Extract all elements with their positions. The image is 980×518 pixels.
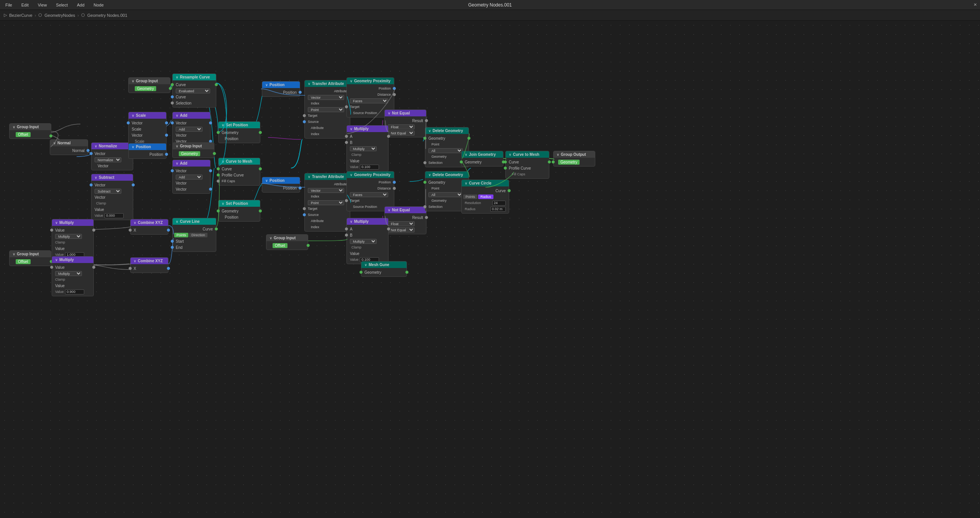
node-transfer-attr-bot[interactable]: ∨ Transfer Attribute Attribute Vector In… — [304, 173, 350, 232]
ta-top-mode2[interactable]: Point — [308, 107, 344, 112]
menu-view[interactable]: View — [36, 2, 49, 8]
node-group-input-offset-2[interactable]: ∨ Group Input Offset — [9, 250, 51, 266]
socket-ta-top-target[interactable] — [303, 114, 306, 117]
mrb-mode[interactable]: Multiply — [350, 239, 377, 244]
socket-dg-bot-geo-in[interactable] — [423, 181, 426, 184]
node-not-equal-top[interactable]: ∨ Not Equal Result Float Not Equal — [384, 109, 426, 137]
node-position-mid2[interactable]: ∨ Position Position — [262, 177, 300, 193]
breadcrumb-geo-nodes[interactable]: GeometryNodes — [44, 13, 75, 18]
socket-ctmr-mesh-out[interactable] — [548, 160, 551, 163]
add-mid-mode[interactable]: Add — [176, 175, 203, 180]
node-not-equal-bot[interactable]: ∨ Not Equal Result Float Not Equal — [384, 206, 426, 234]
ne-top-type[interactable]: Float — [388, 124, 415, 129]
socket-cl-start[interactable] — [171, 240, 174, 243]
socket-resample-curve2[interactable] — [171, 95, 174, 98]
socket-sp-bot-geo-in[interactable] — [217, 209, 220, 212]
node-add-mid[interactable]: ∨ Add Vector Add Vector Vector — [172, 160, 211, 194]
subtract-value[interactable] — [105, 213, 124, 218]
socket-mrt-out[interactable] — [387, 135, 390, 138]
socket-cl-curve-out[interactable] — [215, 227, 218, 230]
gp-bot-mode1[interactable]: Faces — [350, 192, 388, 197]
ta-top-mode1[interactable]: Vector — [308, 95, 344, 100]
socket-ctm-mesh-out[interactable] — [259, 167, 262, 170]
node-combine-xyz-top[interactable]: ∨ Combine XYZ X — [130, 219, 168, 235]
socket-cxyz-top-x[interactable] — [129, 229, 132, 232]
socket-sp-top-geo-out[interactable] — [259, 131, 262, 134]
node-set-position-bot[interactable]: ∨ Set Position Geometry Position — [218, 200, 260, 222]
node-editor-canvas[interactable]: ∨ Group Input Offset ∨ Group Input Offse… — [0, 21, 980, 518]
mul-bl-mode[interactable]: Multiply — [55, 271, 82, 276]
node-curve-to-mesh-right[interactable]: ∨ Curve to Mesh Curve Profile Curve Fill… — [505, 151, 549, 179]
socket-pm1-out[interactable] — [299, 91, 302, 94]
node-group-output[interactable]: ∨ Group Output Geometry — [553, 151, 595, 167]
socket-scale-out-2[interactable] — [165, 134, 168, 137]
socket-ctmr-profile-in[interactable] — [504, 167, 507, 170]
node-multiply-bl[interactable]: ∨ Multiply Value Multiply Clamp Value Va… — [52, 256, 94, 296]
ne-bot-mode[interactable]: Not Equal — [388, 227, 415, 232]
node-subtract[interactable]: ∨ Subtract Vector Subtract Vector Clamp … — [91, 174, 133, 220]
node-multiply-rb[interactable]: ∨ Multiply A B Multiply Clamp Value — [346, 218, 389, 264]
socket-gp-bot-pos-out[interactable] — [393, 181, 396, 184]
mrt-mode[interactable]: Multiply — [350, 146, 377, 151]
socket-mg-geo-in[interactable] — [359, 271, 363, 274]
socket-add-top-out[interactable] — [209, 121, 212, 124]
socket-normalize-in[interactable] — [90, 152, 93, 155]
socket-ctm-fill-in[interactable] — [217, 180, 220, 183]
socket-cxyz-bot-out[interactable] — [167, 267, 170, 270]
menu-node[interactable]: Node — [91, 2, 106, 8]
socket-scale-vec-out[interactable] — [165, 121, 168, 124]
node-multiply-tl[interactable]: ∨ Multiply Value Multiply Clamp Value Va… — [52, 219, 94, 259]
socket-ta-bot-source[interactable] — [303, 213, 306, 216]
node-normalize[interactable]: ∨ Normalize Vector Normalize Vector — [91, 142, 133, 170]
cc-radius[interactable] — [490, 207, 506, 212]
socket-ne-top-out[interactable] — [425, 119, 428, 122]
normalize-select[interactable]: Normalize — [95, 157, 121, 162]
node-mesh-gune[interactable]: ∨ Mesh Gune Geometry — [361, 261, 407, 277]
socket-ctmr-curve-in[interactable] — [504, 160, 507, 163]
socket-resample-sel[interactable] — [171, 101, 174, 105]
menu-add[interactable]: Add — [75, 2, 87, 8]
socket-position-top-out[interactable] — [165, 153, 168, 156]
socket-gp-top-target[interactable] — [345, 105, 348, 108]
node-group-input-geo-mid[interactable]: ∨ Group Input Geometry — [172, 142, 214, 158]
socket-sub-out[interactable] — [132, 183, 135, 186]
dg-top-mode[interactable]: All — [428, 148, 463, 153]
node-curve-circle[interactable]: ∨ Curve Circle Curve Points Radius Resol… — [461, 180, 509, 214]
node-set-position-top[interactable]: ∨ Set Position Geometry Position — [218, 121, 260, 143]
node-group-input-geo-top[interactable]: ∨ Group Input Geometry — [128, 77, 170, 93]
socket-mul-tl-in[interactable] — [50, 229, 53, 232]
socket-add-top-in1[interactable] — [171, 121, 174, 124]
add-top-mode[interactable]: Add — [176, 127, 203, 132]
socket-mrb-a-in[interactable] — [345, 227, 348, 230]
socket-sub-in1[interactable] — [90, 183, 93, 186]
socket-cxyz-top-out[interactable] — [167, 229, 170, 232]
breadcrumb-bezier[interactable]: BezierCurve — [9, 13, 33, 18]
node-resample-curve[interactable]: ∨ Resample Curve Curve Evaluated Curve S… — [172, 74, 216, 108]
socket-resample-curve-in[interactable] — [171, 83, 174, 86]
socket-mrt-a-in[interactable] — [345, 135, 348, 138]
socket-add-mid-out2[interactable] — [209, 188, 212, 191]
node-position-mid1[interactable]: ∨ Position Position — [262, 81, 300, 97]
socket-cl-end[interactable] — [171, 246, 174, 249]
mul-tl-mode[interactable]: Multiply — [55, 234, 82, 239]
socket-jg-geo-in1[interactable] — [460, 160, 463, 163]
socket-gp-bot-target[interactable] — [345, 199, 348, 202]
socket-dg-top-geo-in[interactable] — [423, 137, 426, 140]
node-curve-to-mesh-main[interactable]: ∨ Curve to Mesh Curve Profile Curve Fill… — [218, 158, 260, 186]
socket-sp-bot-geo-out[interactable] — [259, 209, 262, 212]
node-group-input-offset-1[interactable]: ∨ Group Input Offset — [9, 123, 51, 139]
socket-cxyz-bot-x[interactable] — [129, 267, 132, 270]
socket-cc-curve-out[interactable] — [508, 189, 511, 192]
menu-file[interactable]: File — [3, 2, 15, 8]
socket-dg-bot-sel-in[interactable] — [423, 205, 426, 208]
ta-bot-mode1[interactable]: Vector — [308, 188, 344, 193]
socket-mg-geo-out[interactable] — [405, 271, 408, 274]
socket-add-mid-out[interactable] — [209, 169, 212, 172]
dg-bot-mode[interactable]: All — [428, 192, 463, 197]
node-normal[interactable]: ∨ Normal Normal — [50, 139, 88, 155]
node-add-top[interactable]: ∨ Add Vector Add Vector Vector — [172, 112, 211, 146]
node-transfer-attr-top[interactable]: ∨ Transfer Attribute Attribute Vector In… — [304, 80, 350, 139]
mul-bl-value[interactable] — [65, 289, 84, 294]
socket-mul-tl-out[interactable] — [92, 229, 95, 232]
socket-gi-off3-out[interactable] — [307, 244, 310, 247]
